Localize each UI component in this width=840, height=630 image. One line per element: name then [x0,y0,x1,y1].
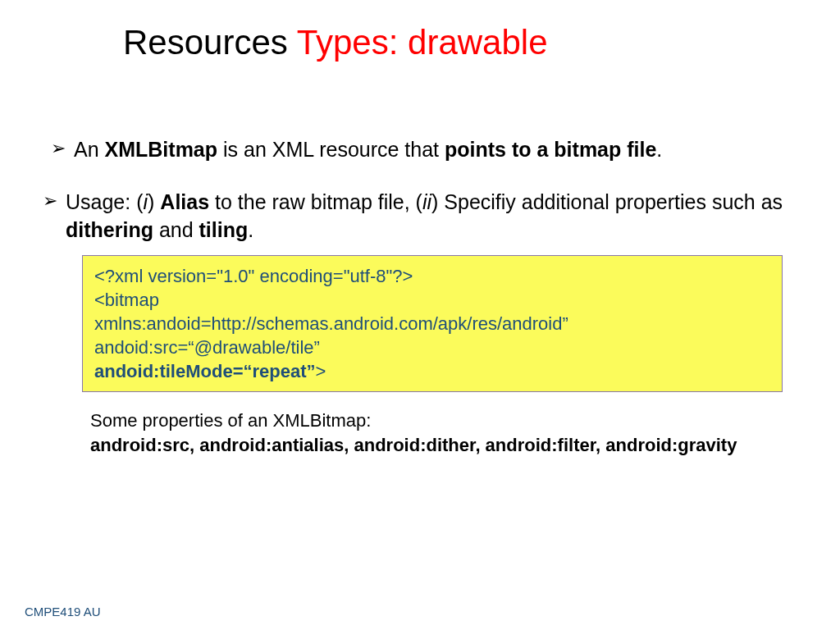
txt: to the raw bitmap file, ( [209,190,422,213]
props-list: android:src, android:antialias, android:… [90,435,737,455]
title-suffix: Types: drawable [297,23,548,62]
bullet-2: ➢ Usage: (i) Alias to the raw bitmap fil… [43,189,791,244]
txt: is an XML resource that [217,138,445,161]
code-line: <bitmap [94,288,770,312]
txt: Usage: ( [66,190,143,213]
txt-bold: Alias [160,190,209,213]
bullet-arrow-icon: ➢ [43,189,57,213]
bullet-1-text: An XMLBitmap is an XML resource that poi… [74,136,662,164]
txt: > [316,361,326,381]
slide: Resources Types: drawable ➢ An XMLBitmap… [0,0,840,630]
txt: . [248,218,253,241]
txt: . [656,138,662,161]
txt: ) [148,190,160,213]
slide-title: Resources Types: drawable [123,23,791,62]
bullet-1: ➢ An XMLBitmap is an XML resource that p… [49,136,791,164]
properties-text: Some properties of an XMLBitmap: android… [90,409,766,457]
txt-italic: ii [422,190,431,213]
txt-bold: XMLBitmap [105,138,218,161]
code-block: <?xml version="1.0" encoding="utf-8"?> <… [82,255,783,392]
code-line: xmlns:andoid=http://schemas.android.com/… [94,312,770,336]
txt-bold: points to a bitmap file [445,138,656,161]
bullet-arrow-icon: ➢ [51,136,66,161]
title-prefix: Resources [123,23,297,62]
props-intro: Some properties of an XMLBitmap: [90,409,766,433]
txt: ) Specifiy additional properties such as [431,190,783,213]
bullet-2-text: Usage: (i) Alias to the raw bitmap file,… [66,189,791,244]
txt-bold: dithering [66,218,153,241]
txt-bold: tiling [199,218,249,241]
code-bold: andoid:tileMode=“repeat” [94,361,316,381]
txt: An [74,138,105,161]
code-line: andoid:tileMode=“repeat”> [94,359,770,383]
slide-footer: CMPE419 AU [25,605,101,619]
code-line: <?xml version="1.0" encoding="utf-8"?> [94,264,770,288]
txt: and [153,218,199,241]
code-line: andoid:src=“@drawable/tile” [94,336,770,359]
